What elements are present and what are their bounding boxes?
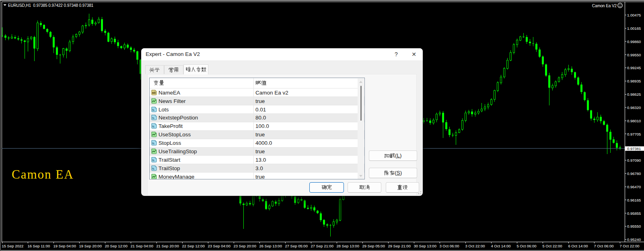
svg-text:½: ½	[152, 142, 154, 145]
svg-text:0.95855: 0.95855	[627, 211, 641, 216]
svg-text:½: ½	[152, 158, 154, 161]
svg-text:0.98935: 0.98935	[627, 79, 641, 83]
svg-text:0.98625: 0.98625	[627, 92, 641, 97]
svg-text:1.00165: 1.00165	[627, 26, 641, 31]
svg-text:0.96165: 0.96165	[627, 198, 641, 202]
svg-text:27 Sep 05:00: 27 Sep 05:00	[285, 244, 308, 248]
svg-text:19 Sep 04:00: 19 Sep 04:00	[53, 244, 76, 248]
svg-text:0.98010: 0.98010	[627, 119, 641, 123]
svg-text:23 Sep 20:00: 23 Sep 20:00	[233, 244, 256, 248]
svg-text:0.95240: 0.95240	[627, 237, 641, 242]
svg-text:5 Oct 22:00: 5 Oct 22:00	[542, 244, 562, 248]
svg-text:28 Sep 13:00: 28 Sep 13:00	[336, 244, 359, 248]
svg-text:7 Oct 06:00: 7 Oct 06:00	[594, 244, 613, 248]
svg-text:21 Sep 20:00: 21 Sep 20:00	[156, 244, 179, 248]
svg-text:26 Sep 13:00: 26 Sep 13:00	[259, 244, 282, 248]
svg-text:29 Sep 05:00: 29 Sep 05:00	[362, 244, 385, 248]
svg-text:0.99245: 0.99245	[627, 66, 641, 70]
svg-text:0.96780: 0.96780	[627, 171, 641, 176]
svg-text:0.98320: 0.98320	[627, 105, 641, 110]
svg-text:0.95550: 0.95550	[627, 224, 641, 228]
svg-text:0.97705: 0.97705	[627, 132, 641, 136]
svg-text:21 Sep 04:00: 21 Sep 04:00	[130, 244, 153, 248]
svg-text:3 Oct 22:00: 3 Oct 22:00	[465, 244, 485, 248]
svg-text:22 Sep 12:00: 22 Sep 12:00	[182, 244, 205, 248]
svg-text:30 Sep 13:00: 30 Sep 13:00	[414, 244, 436, 248]
svg-text:0.99550: 0.99550	[627, 53, 641, 57]
svg-text:7 Oct 22:00: 7 Oct 22:00	[619, 244, 639, 248]
svg-text:23 Sep 04:00: 23 Sep 04:00	[208, 244, 230, 248]
svg-text:20 Sep 12:00: 20 Sep 12:00	[105, 244, 128, 248]
svg-text:19 Sep 20:00: 19 Sep 20:00	[79, 244, 102, 248]
svg-text:5 Oct 06:00: 5 Oct 06:00	[516, 244, 536, 248]
svg-text:0.97090: 0.97090	[627, 158, 641, 163]
svg-text:½: ½	[152, 108, 154, 111]
svg-text:½: ½	[152, 167, 154, 170]
svg-text:1.00475: 1.00475	[627, 13, 641, 17]
svg-text:½: ½	[152, 117, 154, 119]
svg-text:27 Sep 21:00: 27 Sep 21:00	[311, 244, 333, 248]
svg-text:Camon Ea V2: Camon Ea V2	[592, 4, 617, 8]
svg-text:0.97381: 0.97381	[627, 146, 641, 151]
svg-text:16 Sep 11:00: 16 Sep 11:00	[27, 244, 50, 248]
svg-text:ab: ab	[152, 91, 156, 95]
svg-text:0.96470: 0.96470	[627, 185, 641, 189]
svg-text:0.99860: 0.99860	[627, 39, 641, 44]
svg-text:½: ½	[152, 125, 154, 128]
svg-text:3 Oct 06:00: 3 Oct 06:00	[439, 244, 459, 248]
svg-text:15 Sep 2022: 15 Sep 2022	[2, 244, 23, 248]
svg-text:EURUSD,H1 0.97385 0.97422 0.9: EURUSD,H1 0.97385 0.97422 0.97348 0.9738…	[8, 3, 94, 8]
svg-text:29 Sep 21:00: 29 Sep 21:00	[388, 244, 411, 248]
svg-text:6 Oct 14:00: 6 Oct 14:00	[568, 244, 588, 248]
svg-text:4 Oct 14:00: 4 Oct 14:00	[491, 244, 510, 248]
